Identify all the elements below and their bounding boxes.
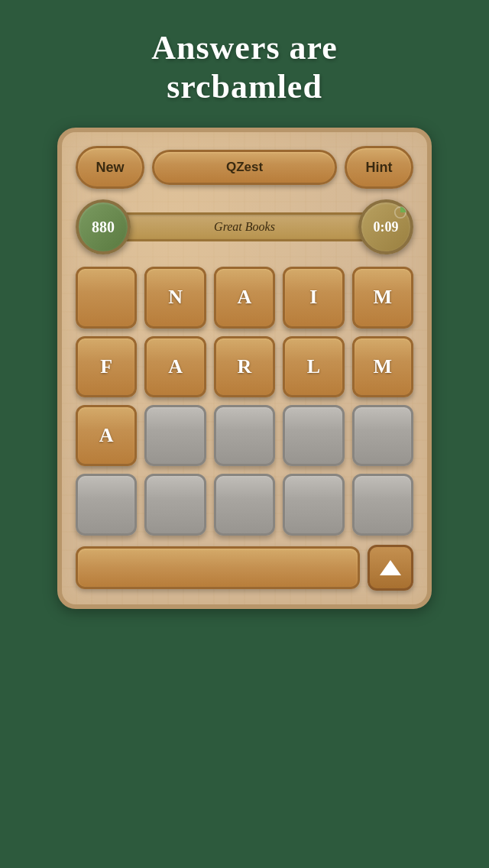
score-row: 880 Great Books 0:09 (76, 199, 413, 254)
new-button[interactable]: New (76, 146, 144, 189)
title-line2: srcbamled (151, 68, 338, 107)
qzest-button[interactable]: QZest (152, 150, 337, 185)
letter-tile[interactable] (283, 474, 344, 535)
title-area: Answers are srcbamled (151, 29, 338, 106)
top-buttons: New QZest Hint (76, 146, 413, 189)
category-bar: Great Books (125, 212, 364, 241)
letter-tile[interactable]: L (283, 336, 344, 397)
letter-tile[interactable]: I (283, 267, 344, 328)
submit-arrow-icon (380, 560, 401, 575)
word-input-bar[interactable] (76, 546, 360, 589)
letter-tile[interactable]: A (76, 405, 137, 466)
submit-button[interactable] (368, 545, 413, 591)
timer-display: 0:09 (358, 199, 413, 254)
letter-tile[interactable] (76, 474, 137, 535)
letter-tile[interactable] (144, 474, 206, 535)
letter-tile[interactable] (352, 405, 413, 466)
letter-tile[interactable] (76, 267, 137, 328)
letter-tile[interactable]: A (214, 267, 275, 328)
letter-tile[interactable]: M (352, 267, 413, 328)
letter-tile[interactable] (283, 405, 344, 466)
letter-tile[interactable]: A (144, 336, 206, 397)
letter-tile[interactable] (214, 474, 275, 535)
bottom-row (76, 545, 413, 591)
letter-tile[interactable]: F (76, 336, 137, 397)
letter-tile[interactable] (144, 405, 206, 466)
letter-tile[interactable]: N (144, 267, 206, 328)
game-board: New QZest Hint 880 Great Books 0:09 NAIM… (57, 128, 432, 609)
score-display: 880 (76, 199, 131, 254)
title-line1: Answers are (151, 29, 338, 68)
letter-tile[interactable] (214, 405, 275, 466)
letter-tile[interactable] (352, 474, 413, 535)
letter-tile[interactable]: R (214, 336, 275, 397)
hint-button[interactable]: Hint (345, 146, 413, 189)
timer-pie-icon (393, 206, 407, 219)
letter-grid: NAIMFARLMA (76, 267, 413, 536)
letter-tile[interactable]: M (352, 336, 413, 397)
